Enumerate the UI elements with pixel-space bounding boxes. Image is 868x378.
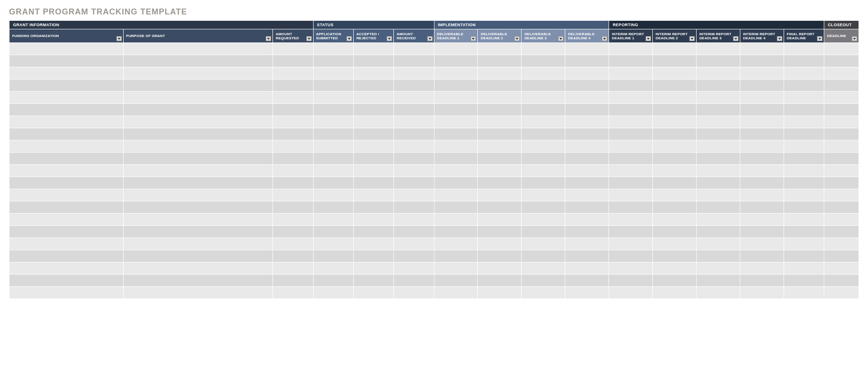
table-cell[interactable] xyxy=(478,214,522,226)
table-cell[interactable] xyxy=(565,92,609,104)
table-cell[interactable] xyxy=(313,128,353,140)
table-cell[interactable] xyxy=(653,43,697,55)
table-cell[interactable] xyxy=(353,165,393,177)
table-cell[interactable] xyxy=(9,140,124,153)
table-cell[interactable] xyxy=(353,67,393,79)
table-cell[interactable] xyxy=(313,79,353,92)
table-cell[interactable] xyxy=(609,177,653,189)
table-cell[interactable] xyxy=(123,55,273,67)
table-cell[interactable] xyxy=(740,55,784,67)
table-cell[interactable] xyxy=(313,177,353,189)
table-cell[interactable] xyxy=(123,226,273,238)
table-cell[interactable] xyxy=(313,43,353,55)
table-cell[interactable] xyxy=(313,214,353,226)
table-cell[interactable] xyxy=(653,153,697,165)
table-cell[interactable] xyxy=(273,238,313,250)
table-cell[interactable] xyxy=(740,250,784,262)
table-cell[interactable] xyxy=(784,128,824,140)
table-cell[interactable] xyxy=(313,116,353,128)
table-cell[interactable] xyxy=(522,238,565,250)
table-cell[interactable] xyxy=(522,189,565,201)
table-cell[interactable] xyxy=(394,128,434,140)
table-cell[interactable] xyxy=(653,128,697,140)
table-cell[interactable] xyxy=(784,116,824,128)
table-cell[interactable] xyxy=(478,189,522,201)
table-cell[interactable] xyxy=(9,116,124,128)
table-cell[interactable] xyxy=(824,238,859,250)
table-cell[interactable] xyxy=(697,287,740,299)
filter-dropdown-icon[interactable] xyxy=(646,36,651,41)
table-cell[interactable] xyxy=(609,250,653,262)
table-cell[interactable] xyxy=(740,214,784,226)
table-cell[interactable] xyxy=(609,226,653,238)
table-cell[interactable] xyxy=(740,165,784,177)
table-cell[interactable] xyxy=(273,55,313,67)
table-cell[interactable] xyxy=(697,189,740,201)
table-cell[interactable] xyxy=(653,238,697,250)
table-cell[interactable] xyxy=(565,238,609,250)
table-cell[interactable] xyxy=(394,287,434,299)
table-cell[interactable] xyxy=(522,79,565,92)
table-cell[interactable] xyxy=(653,104,697,116)
table-cell[interactable] xyxy=(522,226,565,238)
table-cell[interactable] xyxy=(740,43,784,55)
table-cell[interactable] xyxy=(697,250,740,262)
table-cell[interactable] xyxy=(740,262,784,275)
table-cell[interactable] xyxy=(522,275,565,287)
table-cell[interactable] xyxy=(478,226,522,238)
table-cell[interactable] xyxy=(565,104,609,116)
table-cell[interactable] xyxy=(565,165,609,177)
table-cell[interactable] xyxy=(9,238,124,250)
table-cell[interactable] xyxy=(824,201,859,214)
col-amount-received[interactable]: AMOUNT RECEIVED xyxy=(394,29,434,43)
table-cell[interactable] xyxy=(784,43,824,55)
table-cell[interactable] xyxy=(653,250,697,262)
table-cell[interactable] xyxy=(273,214,313,226)
col-purpose-of-grant[interactable]: PURPOSE OF GRANT xyxy=(123,29,273,43)
table-cell[interactable] xyxy=(313,275,353,287)
table-cell[interactable] xyxy=(434,238,478,250)
table-cell[interactable] xyxy=(123,67,273,79)
table-cell[interactable] xyxy=(478,140,522,153)
table-cell[interactable] xyxy=(784,92,824,104)
table-cell[interactable] xyxy=(313,55,353,67)
table-cell[interactable] xyxy=(353,275,393,287)
table-cell[interactable] xyxy=(434,92,478,104)
table-cell[interactable] xyxy=(824,275,859,287)
table-cell[interactable] xyxy=(740,140,784,153)
table-cell[interactable] xyxy=(697,226,740,238)
table-cell[interactable] xyxy=(434,67,478,79)
table-cell[interactable] xyxy=(123,165,273,177)
table-cell[interactable] xyxy=(394,226,434,238)
table-cell[interactable] xyxy=(478,250,522,262)
col-deliverable-3[interactable]: DELIVERABLE DEADLINE 3 xyxy=(522,29,565,43)
table-cell[interactable] xyxy=(353,214,393,226)
filter-dropdown-icon[interactable] xyxy=(266,36,271,41)
table-cell[interactable] xyxy=(522,104,565,116)
table-cell[interactable] xyxy=(353,177,393,189)
table-cell[interactable] xyxy=(273,92,313,104)
table-cell[interactable] xyxy=(609,140,653,153)
table-cell[interactable] xyxy=(123,262,273,275)
table-cell[interactable] xyxy=(824,104,859,116)
filter-dropdown-icon[interactable] xyxy=(852,36,857,41)
col-deliverable-1[interactable]: DELIVERABLE DEADLINE 1 xyxy=(434,29,478,43)
table-cell[interactable] xyxy=(653,287,697,299)
col-interim-report-3[interactable]: INTERIM REPORT DEADLINE 3 xyxy=(697,29,740,43)
table-cell[interactable] xyxy=(697,67,740,79)
table-cell[interactable] xyxy=(353,55,393,67)
table-cell[interactable] xyxy=(824,165,859,177)
table-cell[interactable] xyxy=(434,275,478,287)
table-cell[interactable] xyxy=(9,287,124,299)
table-cell[interactable] xyxy=(478,79,522,92)
table-cell[interactable] xyxy=(123,104,273,116)
table-cell[interactable] xyxy=(123,43,273,55)
col-interim-report-4[interactable]: INTERIM REPORT DEADLINE 4 xyxy=(740,29,784,43)
table-cell[interactable] xyxy=(522,287,565,299)
table-cell[interactable] xyxy=(123,238,273,250)
table-cell[interactable] xyxy=(394,201,434,214)
table-cell[interactable] xyxy=(784,177,824,189)
table-cell[interactable] xyxy=(478,165,522,177)
table-cell[interactable] xyxy=(273,67,313,79)
table-cell[interactable] xyxy=(434,43,478,55)
